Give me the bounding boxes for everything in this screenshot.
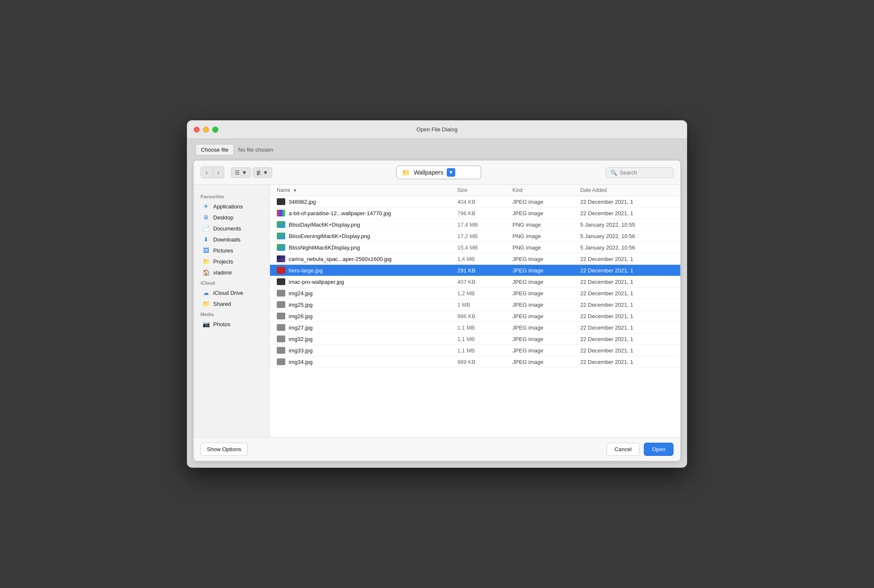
downloads-icon: ⬇ xyxy=(202,236,210,243)
open-button[interactable]: Open xyxy=(644,443,674,456)
kind-column-header: Kind xyxy=(512,187,580,193)
file-thumb-icon xyxy=(277,290,285,297)
choose-file-button[interactable]: Choose file xyxy=(195,144,234,155)
list-view-button[interactable]: ☰ ▼ xyxy=(231,167,251,178)
file-thumb-icon xyxy=(277,221,285,228)
sidebar-item-label: Documents xyxy=(213,225,241,232)
folder-dropdown-arrow[interactable]: ▼ xyxy=(447,168,455,177)
file-kind-cell: PNG image xyxy=(512,233,580,239)
file-thumb-icon xyxy=(277,324,285,331)
table-row[interactable]: img26.jpg 986 KB JPEG image 22 December … xyxy=(270,311,680,322)
sidebar-item-documents[interactable]: 📄 Documents xyxy=(195,223,268,234)
file-thumb-icon xyxy=(277,255,285,262)
file-name-text: BlissNightiMac6KDisplay.png xyxy=(289,244,360,251)
file-name-text: img27.jpg xyxy=(289,325,312,331)
sidebar-item-icloud-drive[interactable]: ☁ iCloud Drive xyxy=(195,287,268,298)
table-row[interactable]: img24.jpg 1,2 MB JPEG image 22 December … xyxy=(270,288,680,299)
file-kind-cell: PNG image xyxy=(512,244,580,251)
sidebar-item-shared[interactable]: 📁 Shared xyxy=(195,298,268,309)
sidebar-item-projects[interactable]: 📁 Projects xyxy=(195,256,268,267)
show-options-button[interactable]: Show Options xyxy=(200,443,248,456)
main-window: Open File Dialog Choose file No file cho… xyxy=(187,120,687,468)
title-bar: Open File Dialog xyxy=(187,120,687,139)
file-size-cell: 1,1 MB xyxy=(457,325,512,331)
sidebar-item-vladimir[interactable]: 🏠 vladimir xyxy=(195,267,268,278)
table-row[interactable]: img27.jpg 1,1 MB JPEG image 22 December … xyxy=(270,322,680,333)
file-table-header: Name ▼ Size Kind Date Added xyxy=(270,185,680,196)
file-name-cell: img25.jpg xyxy=(277,301,457,308)
table-row[interactable]: BlissDayiMac6K+Display.png 17,4 MB PNG i… xyxy=(270,219,680,230)
name-column-header[interactable]: Name ▼ xyxy=(277,187,457,193)
shared-icon: 📁 xyxy=(202,300,210,307)
file-kind-cell: JPEG image xyxy=(512,290,580,297)
maximize-button[interactable] xyxy=(212,127,218,133)
table-row[interactable]: img34.jpg 989 KB JPEG image 22 December … xyxy=(270,356,680,368)
dialog-toolbar: ‹ › ☰ ▼ ⋭ ▼ 📁 Wallpapers ▼ xyxy=(194,161,680,185)
file-name-cell: BlissDayiMac6K+Display.png xyxy=(277,221,457,228)
no-file-label: No file chosen xyxy=(238,147,273,153)
sidebar-item-desktop[interactable]: 🖥 Desktop xyxy=(195,212,268,223)
table-row[interactable]: img25.jpg 1 MB JPEG image 22 December 20… xyxy=(270,299,680,311)
sidebar-item-photos[interactable]: 📷 Photos xyxy=(195,319,268,330)
applications-icon: ✈ xyxy=(202,203,210,210)
icloud-icon: ☁ xyxy=(202,289,210,296)
table-row[interactable]: carina_nebula_spac...aper-2560x1600.jpg … xyxy=(270,253,680,265)
search-input[interactable] xyxy=(620,169,666,176)
file-name-text: img25.jpg xyxy=(289,302,312,308)
file-kind-cell: JPEG image xyxy=(512,267,580,274)
file-kind-cell: PNG image xyxy=(512,222,580,228)
sidebar-item-pictures[interactable]: 🖼 Pictures xyxy=(195,245,268,256)
file-size-cell: 1,1 MB xyxy=(457,336,512,342)
file-name-cell: hero-large.jpg xyxy=(277,267,457,274)
table-row[interactable]: BlissEveningiMac6K+Display.png 17,2 MB P… xyxy=(270,230,680,242)
projects-icon: 📁 xyxy=(202,258,210,265)
favourites-label: Favourites xyxy=(194,191,270,201)
home-icon: 🏠 xyxy=(202,269,210,276)
size-column-header: Size xyxy=(457,187,512,193)
file-date-cell: 22 December 2021, 1 xyxy=(580,290,674,297)
file-kind-cell: JPEG image xyxy=(512,199,580,205)
sidebar-item-label: Downloads xyxy=(213,236,240,243)
table-row[interactable]: hero-large.jpg 291 KB JPEG image 22 Dece… xyxy=(270,265,680,276)
file-name-cell: BlissNightiMac6KDisplay.png xyxy=(277,244,457,251)
search-box[interactable]: 🔍 xyxy=(606,167,674,178)
file-name-cell: img32.jpg xyxy=(277,336,457,342)
file-name-cell: img27.jpg xyxy=(277,324,457,331)
file-name-text: img32.jpg xyxy=(289,336,312,342)
file-size-cell: 989 KB xyxy=(457,359,512,365)
file-date-cell: 22 December 2021, 1 xyxy=(580,336,674,342)
close-button[interactable] xyxy=(194,127,200,133)
cancel-button[interactable]: Cancel xyxy=(607,443,640,456)
table-row[interactable]: img33.jpg 1,1 MB JPEG image 22 December … xyxy=(270,345,680,356)
grid-view-button[interactable]: ⋭ ▼ xyxy=(253,167,272,178)
file-thumb-icon xyxy=(277,267,285,274)
table-row[interactable]: img32.jpg 1,1 MB JPEG image 22 December … xyxy=(270,333,680,345)
sidebar-item-downloads[interactable]: ⬇ Downloads xyxy=(195,234,268,245)
file-name-text: carina_nebula_spac...aper-2560x1600.jpg xyxy=(289,256,392,262)
sidebar-item-label: Projects xyxy=(213,258,233,265)
back-button[interactable]: ‹ xyxy=(200,166,212,178)
table-row[interactable]: a-bit-of-paradise-12...wallpaper-14770.j… xyxy=(270,208,680,219)
minimize-button[interactable] xyxy=(203,127,209,133)
file-dialog: ‹ › ☰ ▼ ⋭ ▼ 📁 Wallpapers ▼ xyxy=(194,161,680,461)
sidebar-item-label: Desktop xyxy=(213,214,234,221)
sidebar-item-label: vladimir xyxy=(213,269,232,276)
sidebar-item-label: iCloud Drive xyxy=(213,290,243,296)
traffic-lights xyxy=(194,127,218,133)
folder-display[interactable]: 📁 Wallpapers ▼ xyxy=(396,166,481,179)
table-row[interactable]: imac-pro-wallpaper.jpg 407 KB JPEG image… xyxy=(270,276,680,288)
file-name-text: imac-pro-wallpaper.jpg xyxy=(289,279,344,285)
grid-view-icon: ⋭ xyxy=(256,169,261,176)
file-name-cell: img24.jpg xyxy=(277,290,457,297)
file-date-cell: 5 January 2022, 10:56 xyxy=(580,244,674,251)
file-thumb-icon xyxy=(277,313,285,319)
file-thumb-icon xyxy=(277,278,285,285)
table-row[interactable]: BlissNightiMac6KDisplay.png 15,4 MB PNG … xyxy=(270,242,680,253)
sidebar-item-applications[interactable]: ✈ Applications xyxy=(195,201,268,212)
dialog-body: Favourites ✈ Applications 🖥 Desktop 📄 Do… xyxy=(194,185,680,437)
file-thumb-icon xyxy=(277,301,285,308)
forward-button[interactable]: › xyxy=(212,166,224,178)
file-size-cell: 407 KB xyxy=(457,279,512,285)
table-row[interactable]: 348982.jpg 404 KB JPEG image 22 December… xyxy=(270,196,680,208)
folder-name: Wallpapers xyxy=(414,169,443,176)
